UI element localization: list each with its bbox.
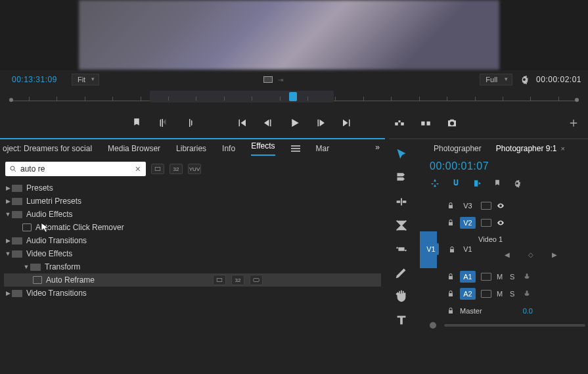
- hand-tool[interactable]: [394, 289, 409, 304]
- close-sequence-icon[interactable]: ×: [560, 145, 564, 152]
- track-label-a2[interactable]: A2: [460, 288, 476, 300]
- zoom-scrollbar[interactable]: [444, 324, 585, 327]
- source-v1-label[interactable]: V1: [423, 243, 439, 255]
- ripple-edit-tool[interactable]: [394, 195, 409, 209]
- pen-tool[interactable]: [394, 266, 409, 280]
- playback-resolution-select[interactable]: Full: [480, 74, 512, 85]
- lift-button[interactable]: [394, 117, 405, 129]
- track-v1[interactable]: V1 V1 Video 1 ◀◇▶: [420, 231, 588, 268]
- lock-icon[interactable]: [447, 273, 455, 281]
- settings-icon[interactable]: [519, 74, 530, 85]
- zoom-level-select[interactable]: Fit: [72, 74, 99, 85]
- zoom-handle-left[interactable]: [430, 322, 436, 329]
- lock-icon[interactable]: [447, 202, 455, 210]
- tab-markers[interactable]: Mar: [316, 144, 330, 153]
- track-v3[interactable]: V3: [420, 197, 588, 214]
- tab-effects[interactable]: Effects: [251, 141, 275, 156]
- mute-button[interactable]: M: [497, 273, 505, 281]
- timeline-settings-icon[interactable]: [512, 179, 522, 188]
- safe-margins-icon[interactable]: [263, 76, 273, 83]
- folder-icon: [12, 290, 22, 297]
- track-label-v3[interactable]: V3: [460, 200, 476, 212]
- sequence-tabs: Photographer Photographer 9:1 ×: [414, 139, 588, 158]
- sequence-tab-1[interactable]: Photographer 9:1: [496, 144, 557, 153]
- step-back-button[interactable]: [262, 117, 274, 129]
- track-output-icon[interactable]: [481, 219, 491, 227]
- razor-tool[interactable]: [394, 218, 409, 233]
- program-navigator[interactable]: [9, 89, 579, 106]
- go-to-in-button[interactable]: [236, 117, 248, 129]
- track-v2[interactable]: V2: [420, 214, 588, 231]
- sequence-tab-0[interactable]: Photographer: [434, 144, 482, 153]
- track-output-icon[interactable]: [481, 290, 491, 298]
- tree-lumetri-presets[interactable]: ▶Lumetri Presets: [4, 195, 381, 208]
- voiceover-icon[interactable]: [523, 273, 531, 281]
- mark-in-button[interactable]: [157, 117, 169, 129]
- search-icon: [9, 165, 17, 173]
- program-timecode-left[interactable]: 00:13:31:09: [12, 75, 57, 84]
- lock-icon[interactable]: [448, 246, 456, 254]
- tab-libraries[interactable]: Libraries: [176, 144, 206, 153]
- timeline-zoom-scroll[interactable]: [420, 319, 588, 331]
- button-editor-icon[interactable]: ＋: [567, 114, 580, 131]
- panel-menu-icon[interactable]: [291, 145, 300, 152]
- master-value[interactable]: 0.0: [523, 307, 533, 315]
- tree-presets[interactable]: ▶Presets: [4, 181, 381, 195]
- solo-button[interactable]: S: [510, 273, 518, 281]
- track-a2[interactable]: A2 M S: [420, 285, 588, 302]
- slip-tool[interactable]: [394, 242, 409, 256]
- type-tool[interactable]: [394, 313, 409, 327]
- track-master[interactable]: Master 0.0: [420, 302, 588, 319]
- track-select-tool[interactable]: [394, 171, 409, 185]
- monitor-mode-icon[interactable]: ⇥: [278, 76, 284, 83]
- tree-automatic-click-remover[interactable]: Automatic Click Remover: [4, 221, 381, 234]
- effects-search-field[interactable]: ×: [5, 162, 146, 176]
- track-output-icon[interactable]: [481, 202, 491, 210]
- add-marker-icon[interactable]: [493, 179, 502, 188]
- voiceover-icon[interactable]: [523, 290, 531, 298]
- track-label-a1[interactable]: A1: [460, 271, 476, 283]
- track-label-v1[interactable]: V1: [460, 243, 476, 255]
- linked-selection-icon[interactable]: [472, 178, 482, 189]
- yuv-filter[interactable]: YUV: [188, 164, 201, 174]
- track-a1[interactable]: A1 M S: [420, 268, 588, 285]
- play-button[interactable]: [288, 117, 300, 129]
- mark-out-button[interactable]: [183, 117, 195, 129]
- tree-transform[interactable]: ▼Transform: [4, 260, 381, 273]
- accelerated-effects-filter[interactable]: [151, 164, 164, 174]
- track-output-icon[interactable]: [481, 273, 491, 281]
- timeline-timecode[interactable]: 00:00:01:07: [414, 158, 588, 176]
- selection-tool[interactable]: [394, 147, 409, 162]
- insert-sequence-icon[interactable]: [430, 178, 440, 189]
- mute-button[interactable]: M: [497, 290, 505, 298]
- clear-search-button[interactable]: ×: [134, 164, 142, 174]
- extract-button[interactable]: [420, 117, 432, 129]
- lock-icon[interactable]: [447, 219, 455, 227]
- tree-video-effects[interactable]: ▼Video Effects: [4, 247, 381, 260]
- tab-media-browser[interactable]: Media Browser: [108, 144, 160, 153]
- keyframe-nav[interactable]: ◀◇▶: [505, 251, 557, 258]
- tree-audio-transitions[interactable]: ▶Audio Transitions: [4, 234, 381, 247]
- export-frame-button[interactable]: [446, 117, 458, 129]
- lock-icon[interactable]: [447, 290, 455, 298]
- tree-auto-reframe[interactable]: Auto Reframe 32: [4, 273, 381, 287]
- master-label: Master: [460, 307, 482, 315]
- toggle-track-output-icon[interactable]: [497, 202, 505, 210]
- effect-icon: [22, 223, 32, 231]
- 32bit-filter[interactable]: 32: [170, 164, 183, 174]
- step-forward-button[interactable]: [315, 117, 327, 129]
- track-label-v2[interactable]: V2: [460, 217, 476, 229]
- lock-icon[interactable]: [447, 307, 455, 315]
- svg-point-0: [11, 166, 14, 170]
- overflow-tabs-icon[interactable]: »: [375, 143, 380, 152]
- solo-button[interactable]: S: [510, 290, 518, 298]
- go-to-out-button[interactable]: [341, 117, 353, 129]
- tab-project[interactable]: oject: Dreamers for social: [3, 144, 92, 153]
- effects-search-input[interactable]: [20, 164, 134, 174]
- snap-icon[interactable]: [451, 178, 461, 189]
- tree-video-transitions[interactable]: ▶Video Transitions: [4, 287, 381, 300]
- toggle-track-output-icon[interactable]: [497, 219, 505, 227]
- tree-audio-effects[interactable]: ▼Audio Effects: [4, 208, 381, 221]
- tab-info[interactable]: Info: [222, 144, 235, 153]
- add-marker-button[interactable]: [131, 117, 143, 129]
